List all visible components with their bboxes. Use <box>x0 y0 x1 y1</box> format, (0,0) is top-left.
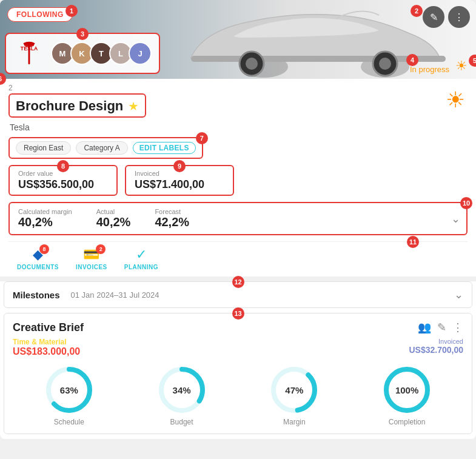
invoiced-value: US$71.400,00 <box>135 178 224 191</box>
documents-label: DOCUMENTS <box>17 264 59 270</box>
donut-schedule: 63% <box>45 366 93 414</box>
annotation-12: 12 <box>232 276 244 288</box>
status-badge: ☀ 5 <box>455 58 468 74</box>
milestones-chevron-icon: ⌄ <box>454 288 463 301</box>
donut-chart-schedule: 63% Schedule <box>13 366 126 426</box>
forecast-margin-group: Forecast 42,2% <box>155 208 189 229</box>
project-number: 2 <box>8 84 468 92</box>
invoices-badge: 2 <box>96 244 106 254</box>
invoices-label: INVOICES <box>76 264 107 270</box>
tabs-row: 11 ◆ 8 DOCUMENTS 💳 2 INVOICES ✓ PLAN <box>8 241 468 276</box>
more-options-button[interactable]: ⋮ <box>448 6 470 28</box>
edit-button[interactable]: ✎ <box>423 6 444 28</box>
forecast-label: Forecast <box>155 208 189 215</box>
tab-documents[interactable]: ◆ 8 DOCUMENTS <box>17 247 59 270</box>
main-card: FOLLOWING 1 2 ✎ ⋮ 3 TESLA M <box>0 0 476 439</box>
body-section: 2 6 Brochure Design ★ Tesla ☀ 7 Region E… <box>0 79 476 276</box>
team-logo-row: 3 TESLA M K T L J <box>5 33 160 74</box>
project-title: Brochure Design <box>16 98 123 114</box>
team-icon[interactable]: 👥 <box>418 321 431 334</box>
cb-type-row: Time & Material US$183.000,00 Invoiced U… <box>13 338 463 357</box>
tesla-logo: TESLA <box>13 38 45 69</box>
milestones-bar[interactable]: 12 Milestones 01 Jan 2024–31 Jul 2024 ⌄ <box>4 281 472 308</box>
following-button[interactable]: FOLLOWING <box>7 7 73 22</box>
budget-percent: 34% <box>173 385 191 395</box>
header-image: FOLLOWING 1 2 ✎ ⋮ 3 TESLA M <box>0 0 476 79</box>
donuts-row: 63% Schedule 34% Budget 47% Margin <box>13 366 463 426</box>
invoiced-box: 9 Invoiced US$71.400,00 <box>125 165 234 196</box>
annotation-2: 2 <box>411 5 423 17</box>
tab-planning[interactable]: ✓ PLANNING <box>124 247 158 270</box>
calc-margin-label: Calculated margin <box>18 208 72 215</box>
completion-percent: 100% <box>395 385 418 395</box>
order-value-box: 8 Order value US$356.500,00 <box>8 165 118 196</box>
edit-labels-button[interactable]: EDIT LABELS <box>133 142 196 154</box>
documents-badge: 8 <box>39 244 49 254</box>
planning-label: PLANNING <box>124 264 158 270</box>
weather-area: ☀ <box>446 87 465 113</box>
calc-margin-value: 40,2% <box>18 215 72 229</box>
margin-chevron-icon: ⌄ <box>451 212 460 226</box>
creative-brief-header: Creative Brief 👥 ✎ ⋮ <box>13 321 463 334</box>
donut-chart-margin: 47% Margin <box>238 366 351 426</box>
creative-brief-title: Creative Brief <box>13 321 84 334</box>
milestones-label: Milestones <box>13 290 60 300</box>
annotation-13: 13 <box>232 307 244 320</box>
header-actions: 2 ✎ ⋮ <box>411 6 470 28</box>
milestones-date: 01 Jan 2024–31 Jul 2024 <box>71 290 159 300</box>
creative-brief-card: 13 Creative Brief 👥 ✎ ⋮ Time & Material … <box>4 313 472 434</box>
donut-budget: 34% <box>158 366 206 414</box>
order-value: US$356.500,00 <box>18 178 108 191</box>
donut-completion: 100% <box>383 366 431 414</box>
weather-icon: ☀ <box>455 58 468 73</box>
financials-row: 8 Order value US$356.500,00 9 Invoiced U… <box>8 165 468 196</box>
completion-name: Completion <box>389 418 426 426</box>
star-icon[interactable]: ★ <box>128 99 139 113</box>
project-client: Tesla <box>10 122 468 132</box>
region-label: Region East <box>16 141 71 155</box>
annotation-10: 10 <box>460 197 472 209</box>
schedule-name: Schedule <box>54 418 84 426</box>
schedule-percent: 63% <box>60 385 78 395</box>
annotation-4: 4 <box>406 54 418 66</box>
project-title-box: 6 Brochure Design ★ <box>8 93 146 118</box>
cb-amount: US$183.000,00 <box>13 346 80 357</box>
in-progress-label: 4 In progress <box>410 65 449 74</box>
cb-invoiced-label: Invoiced <box>409 338 463 345</box>
sun-icon: ☀ <box>446 87 465 112</box>
margin-percent: 47% <box>285 385 303 395</box>
avatar: J <box>129 42 152 65</box>
margin-row: 10 Calculated margin 40,2% Actual 40,2% … <box>8 202 468 235</box>
actual-margin-group: Actual 40,2% <box>96 208 131 229</box>
planning-icon: ✓ <box>136 247 147 262</box>
actual-value: 40,2% <box>96 215 131 229</box>
cb-type: Time & Material <box>13 338 80 346</box>
budget-name: Budget <box>170 418 193 426</box>
donut-chart-budget: 34% Budget <box>126 366 238 426</box>
donut-chart-completion: 100% Completion <box>350 366 463 426</box>
annotation-11: 11 <box>407 236 419 248</box>
svg-point-6 <box>379 58 391 70</box>
creative-brief-actions: 👥 ✎ ⋮ <box>418 321 463 334</box>
tesla-logo-svg: TESLA <box>15 39 44 68</box>
margin-name: Margin <box>283 418 306 426</box>
tab-invoices[interactable]: 💳 2 INVOICES <box>76 247 107 270</box>
annotation-9: 9 <box>173 160 186 172</box>
annotation-8: 8 <box>57 160 69 172</box>
donut-margin: 47% <box>270 366 318 414</box>
annotation-7: 7 <box>196 132 208 144</box>
team-avatars: M K T L J <box>51 42 152 65</box>
actual-label: Actual <box>96 208 131 215</box>
more-brief-icon[interactable]: ⋮ <box>452 321 463 334</box>
cb-invoiced-amount: US$32.700,00 <box>409 345 463 355</box>
svg-point-4 <box>246 58 258 70</box>
edit-brief-icon[interactable]: ✎ <box>437 321 446 334</box>
labels-row: 7 Region East Category A EDIT LABELS <box>8 137 203 159</box>
category-label: Category A <box>76 141 127 155</box>
annotation-1: 1 <box>65 5 78 17</box>
forecast-value: 42,2% <box>155 215 189 229</box>
calc-margin-group: Calculated margin 40,2% <box>18 208 72 229</box>
annotation-3: 3 <box>76 28 89 40</box>
